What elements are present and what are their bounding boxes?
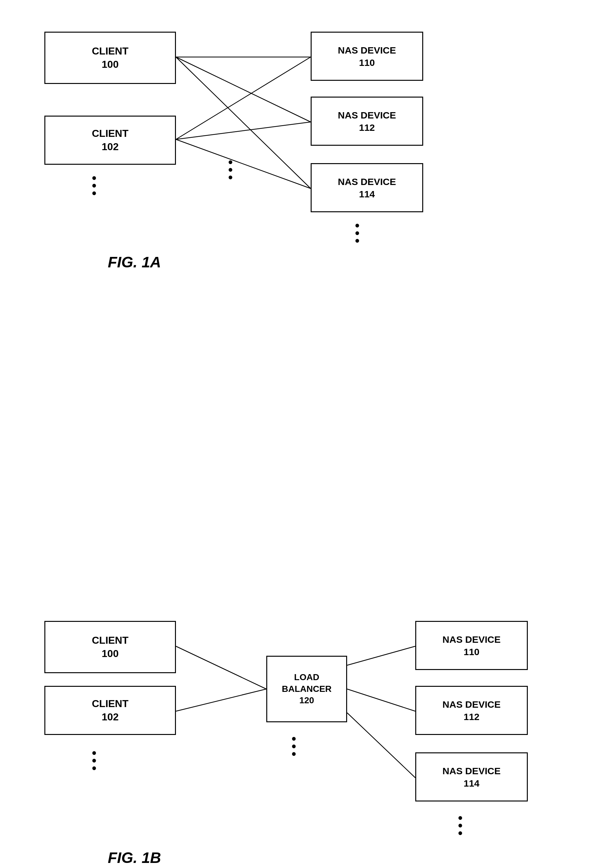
svg-line-3 [176, 57, 311, 139]
svg-line-5 [176, 139, 311, 189]
nas-114-label-fig1a: NAS DEVICE 114 [338, 176, 396, 200]
nas-110-box-fig1a: NAS DEVICE 110 [311, 32, 423, 81]
fig1a-label: FIG. 1A [108, 254, 161, 271]
client-102-box-fig1a: CLIENT 102 [44, 116, 176, 165]
client-102-label-fig1a: CLIENT 102 [92, 127, 129, 154]
nas-112-box-fig1a: NAS DEVICE 112 [311, 97, 423, 146]
nas-110-label-fig1a: NAS DEVICE 110 [338, 44, 396, 69]
svg-line-1 [176, 57, 311, 122]
nas-112-label-fig1a: NAS DEVICE 112 [338, 109, 396, 134]
client-100-box-fig1a: CLIENT 100 [44, 32, 176, 84]
client-100-label-fig1a: CLIENT 100 [92, 45, 129, 71]
svg-line-2 [176, 57, 311, 189]
svg-line-4 [176, 122, 311, 139]
dots-right-fig1a: ••• [355, 222, 360, 245]
dots-clients-fig1a: ••• [92, 174, 97, 197]
dots-nas-fig1a: ••• [228, 158, 233, 181]
nas-114-box-fig1a: NAS DEVICE 114 [311, 163, 423, 212]
